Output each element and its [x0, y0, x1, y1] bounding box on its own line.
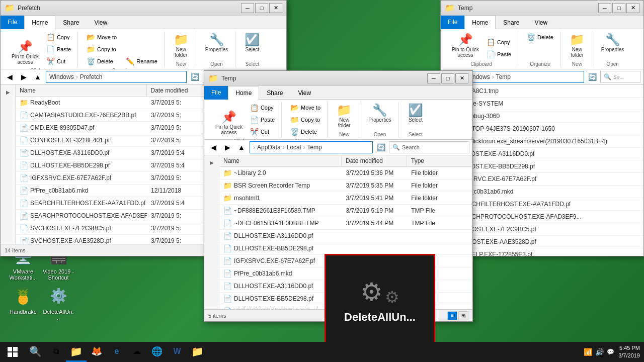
start-button[interactable]: [0, 342, 25, 362]
temp-tiles-view-button[interactable]: ⊞: [458, 311, 468, 320]
up-button[interactable]: ▲: [32, 71, 44, 83]
select-button[interactable]: ☑️ Select: [242, 32, 263, 54]
path-local: Local: [287, 144, 301, 151]
wintemp-pin-button[interactable]: 📌 Pin to Quick access: [449, 32, 482, 60]
taskbar-firefox[interactable]: 🦊: [87, 342, 107, 362]
temp-copyto-button[interactable]: 📁 Copy to: [288, 114, 323, 125]
temp-tab-share[interactable]: Share: [259, 86, 290, 100]
delete-button[interactable]: 🗑️ Delete: [84, 56, 119, 67]
wintemp-close-button[interactable]: ✕: [626, 3, 639, 13]
temp-tab-file[interactable]: File: [204, 86, 228, 100]
pin-quick-access-button[interactable]: 📌 Pin to Quick access: [9, 39, 42, 67]
properties-button[interactable]: 🔧 Properties: [202, 32, 231, 54]
temp-name-column-header[interactable]: Name: [219, 155, 342, 166]
copy-button[interactable]: 📋 Copy: [44, 32, 73, 43]
tab-view[interactable]: View: [87, 16, 115, 29]
tab-home[interactable]: Home: [24, 16, 55, 29]
taskbar-onedrive[interactable]: ☁: [127, 342, 147, 362]
wintemp-copy-button[interactable]: 📋 Copy: [484, 37, 514, 48]
temp-address-path[interactable]: › AppData › Local › Temp: [250, 141, 373, 153]
temp-moveto-button[interactable]: 📂 Move to: [288, 102, 323, 113]
tab-file[interactable]: File: [1, 16, 24, 29]
temp-delete-button[interactable]: 🗑️ Delete: [288, 126, 323, 137]
wintemp-tab-file[interactable]: File: [441, 16, 464, 29]
temp-minimize-button[interactable]: ─: [427, 73, 440, 83]
tray-notification-icon[interactable]: 💬: [607, 348, 614, 355]
temp-cut-button[interactable]: ✂️ Cut: [248, 126, 277, 137]
wintemp-properties-button[interactable]: 🔧 Properties: [598, 32, 627, 54]
taskbar-search[interactable]: 🔍: [25, 342, 46, 362]
minimize-button[interactable]: ─: [241, 3, 254, 13]
taskbar-taskview[interactable]: ⧉: [46, 342, 66, 362]
wintemp-new-folder-button[interactable]: 📁 New folder: [567, 32, 588, 60]
taskbar-chrome[interactable]: 🌐: [147, 342, 167, 362]
wintemp-tab-view[interactable]: View: [527, 16, 555, 29]
cut-button[interactable]: ✂️ Cut: [44, 56, 73, 67]
table-row[interactable]: 📁 BSR Screen Recorder Temp 3/7/2019 5:35…: [219, 179, 472, 192]
system-clock[interactable]: 5:45 PM 3/7/2019: [618, 344, 640, 360]
temp-refresh-button[interactable]: 🔄: [375, 141, 387, 153]
clock-time: 5:45 PM: [618, 344, 640, 352]
name-column-header[interactable]: Name: [16, 85, 147, 96]
temp-search-box[interactable]: 🔍 Search: [389, 141, 469, 153]
file-name: CMD.EXE-89305D47.pf: [30, 124, 94, 131]
close-button[interactable]: ✕: [269, 3, 282, 13]
temp-tab-view[interactable]: View: [290, 86, 318, 100]
taskbar-explorer2[interactable]: 📁: [187, 342, 208, 362]
tray-network-icon[interactable]: 📶: [584, 348, 592, 356]
table-row[interactable]: 📁 msohtml1 3/7/2019 5:41 PM File folder: [219, 192, 472, 205]
rename-button[interactable]: ✏️ Rename: [123, 56, 160, 67]
wintemp-search-box[interactable]: 🔍 Se...: [600, 71, 640, 83]
refresh-button[interactable]: 🔄: [189, 71, 201, 83]
desktop-icon-deleteallun[interactable]: ⚙️ DeleteAllUn...: [40, 282, 76, 323]
delete-all-overlay[interactable]: ⚙ ⚙ DeleteAllUn...: [325, 254, 435, 347]
desktop-icon-handbrake[interactable]: 🍍 Handbrake: [5, 282, 41, 317]
temp-properties-button[interactable]: 🔧 Properties: [365, 102, 394, 125]
wintemp-tab-home[interactable]: Home: [464, 16, 496, 29]
table-row[interactable]: 📄 ~DF888E2661E3F16589.TMP 3/7/2019 5:19 …: [219, 205, 472, 217]
temp-type-column-header[interactable]: Type: [407, 155, 472, 166]
tab-share[interactable]: Share: [55, 16, 87, 29]
temp-details-view-button[interactable]: ≡: [447, 311, 457, 320]
expand-nav-button[interactable]: ▶: [3, 87, 13, 97]
copy-to-button[interactable]: 📁 Copy to: [84, 44, 119, 55]
table-row[interactable]: 📁 ~Library 2.0 3/7/2019 5:36 PM File fol…: [219, 167, 472, 179]
wintemp-address-path[interactable]: › Windows › Temp: [458, 71, 584, 83]
forward-button[interactable]: ▶: [18, 71, 30, 83]
organize-buttons: 📂 Move to 📁 Copy to 🗑️ Delete: [84, 32, 160, 67]
temp-expand-nav-button[interactable]: ▶: [207, 157, 217, 167]
file-name: DLLHOST.EXE-BB5DE298.pf: [234, 245, 313, 252]
wintemp-delete-button[interactable]: 🗑️ Delete: [524, 32, 556, 43]
temp-date-column-header[interactable]: Date modified: [342, 155, 407, 166]
temp-up-button[interactable]: ▲: [235, 141, 248, 153]
temp-forward-button[interactable]: ▶: [221, 141, 233, 153]
wintemp-maximize-button[interactable]: □: [612, 3, 625, 13]
temp-tab-home[interactable]: Home: [228, 86, 259, 100]
temp-close-button[interactable]: ✕: [455, 73, 468, 83]
wintemp-paste-button[interactable]: 📄 Paste: [484, 49, 514, 60]
temp-copy-button[interactable]: 📋 Copy: [248, 102, 277, 113]
wintemp-refresh-button[interactable]: 🔄: [586, 71, 598, 83]
maximize-button[interactable]: □: [255, 3, 268, 13]
taskbar-word[interactable]: W: [167, 342, 187, 362]
table-row[interactable]: 📄 DLLHOST.EXE-A3116DD0.pf: [219, 230, 472, 242]
wintemp-copy-icon: 📋: [487, 38, 495, 46]
taskbar-explorer[interactable]: 📁: [66, 342, 87, 362]
new-folder-button[interactable]: 📁 New folder: [171, 32, 192, 60]
temp-select-button[interactable]: ☑️ Select: [405, 102, 426, 125]
temp-maximize-button[interactable]: □: [441, 73, 454, 83]
temp-paste-button[interactable]: 📄 Paste: [248, 114, 277, 125]
table-row[interactable]: 📄 ~DFCF0615B3A1F0DBBF.TMP 3/7/2019 5:44 …: [219, 217, 472, 230]
temp-back-button[interactable]: ◀: [207, 141, 219, 153]
wintemp-tab-share[interactable]: Share: [496, 16, 527, 29]
paste-button[interactable]: 📄 Paste: [44, 44, 73, 55]
tray-volume-icon[interactable]: 🔊: [595, 348, 604, 356]
address-path[interactable]: Windows › Prefetch: [46, 71, 187, 83]
wintemp-minimize-button[interactable]: ─: [598, 3, 611, 13]
back-button[interactable]: ◀: [4, 71, 16, 83]
taskbar-ie[interactable]: e: [107, 342, 127, 362]
temp-pin-button[interactable]: 📌 Pin to Quick access: [212, 109, 246, 137]
temp-new-folder-button[interactable]: 📁 New folder: [334, 102, 355, 130]
move-to-button[interactable]: 📂 Move to: [84, 32, 119, 43]
table-row[interactable]: 📄 DLLHOST.EXE-BB5DE298.pf: [219, 242, 472, 255]
